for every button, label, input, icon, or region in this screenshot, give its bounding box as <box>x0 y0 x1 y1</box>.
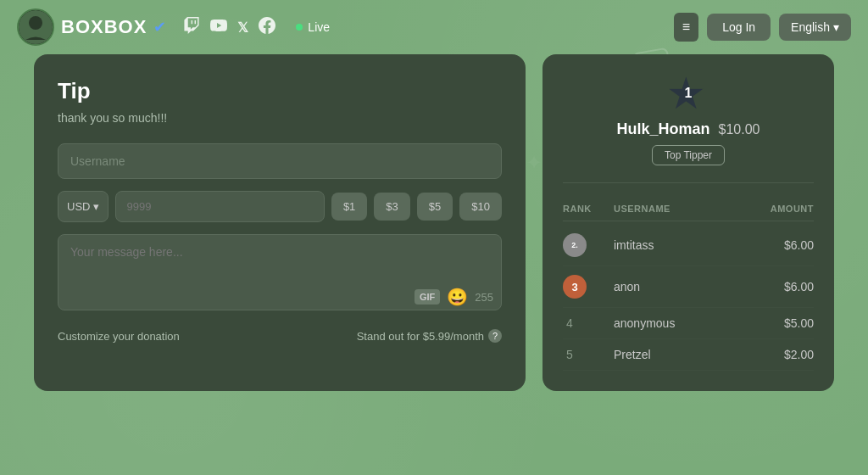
live-badge: Live <box>296 20 330 34</box>
rank-cell-3: 3 <box>563 275 614 299</box>
amount-row: USD ▾ $1 $3 $5 $10 <box>58 191 502 222</box>
customize-label: Customize your donation <box>58 330 180 343</box>
tip-subtitle: thank you so much!!! <box>58 111 502 125</box>
social-icons: 𝕏 <box>183 17 275 38</box>
avatar <box>17 8 54 46</box>
amount-5-button[interactable]: $5 <box>417 193 453 221</box>
language-button[interactable]: English ▾ <box>779 14 851 41</box>
main-content: Tip thank you so much!!! USD ▾ $1 $3 $5 … <box>0 54 868 391</box>
amount-5: $2.00 <box>746 348 814 361</box>
rank-cell-4: 4 <box>563 316 614 330</box>
chevron-down-icon: ▾ <box>93 200 99 213</box>
username-3: anon <box>614 280 746 293</box>
header: BOXBOX ✔ 𝕏 Live ≡ Log In English ▾ <box>0 0 868 54</box>
amount-3-button[interactable]: $3 <box>374 193 409 221</box>
help-icon[interactable]: ? <box>488 329 502 343</box>
brand-name: BOXBOX <box>61 16 147 38</box>
message-wrapper: GIF 😀 255 <box>58 234 502 314</box>
currency-select[interactable]: USD ▾ <box>58 191 108 222</box>
rank-1-badge: ★ 1 <box>670 75 707 112</box>
svg-point-8 <box>29 16 42 30</box>
chevron-down-icon: ▾ <box>833 20 839 34</box>
youtube-icon[interactable] <box>210 17 227 38</box>
rank-1-number: 1 <box>685 86 693 101</box>
twitch-icon[interactable] <box>183 17 200 38</box>
amount-3: $6.00 <box>746 280 814 293</box>
bottom-bar: Customize your donation Stand out for $5… <box>58 326 502 343</box>
tip-title: Tip <box>58 78 502 104</box>
col-amount: AMOUNT <box>746 204 814 214</box>
char-count: 255 <box>475 291 493 304</box>
message-toolbar: GIF 😀 255 <box>415 288 493 305</box>
table-row: 4 anonymous $5.00 <box>563 308 814 339</box>
top-user-row: Hulk_Homan $10.00 <box>617 120 760 138</box>
live-dot <box>296 24 303 31</box>
header-right: ≡ Log In English ▾ <box>674 13 851 42</box>
amount-10-button[interactable]: $10 <box>459 193 502 221</box>
table-header: RANK USERNAME AMOUNT <box>563 204 814 221</box>
username-2: imtitass <box>614 238 746 252</box>
username-4: anonymous <box>614 316 746 330</box>
rank-3-icon: 3 <box>563 275 587 299</box>
menu-button[interactable]: ≡ <box>674 13 698 42</box>
login-button[interactable]: Log In <box>707 14 771 41</box>
username-5: Pretzel <box>614 348 746 361</box>
top-tipper-section: ★ 1 Hulk_Homan $10.00 Top Tipper <box>563 75 814 183</box>
verified-icon: ✔ <box>153 18 166 36</box>
leaderboard-table: RANK USERNAME AMOUNT 2. imtitass $6.00 3 <box>563 204 814 371</box>
live-label: Live <box>308 20 330 34</box>
rank-2-icon: 2. <box>563 233 587 257</box>
username-input[interactable] <box>58 143 502 179</box>
x-icon[interactable]: 𝕏 <box>237 20 248 36</box>
top-tipper-badge: Top Tipper <box>652 145 725 165</box>
amount-1-button[interactable]: $1 <box>331 193 367 221</box>
table-row: 5 Pretzel $2.00 <box>563 339 814 371</box>
rank-cell-2: 2. <box>563 233 614 257</box>
table-row: 3 anon $6.00 <box>563 266 814 308</box>
top-username: Hulk_Homan <box>617 120 710 138</box>
leaderboard-panel: ★ 1 Hulk_Homan $10.00 Top Tipper RANK US… <box>542 54 834 391</box>
emoji-button[interactable]: 😀 <box>447 288 468 305</box>
tip-panel: Tip thank you so much!!! USD ▾ $1 $3 $5 … <box>34 54 526 391</box>
rank-cell-5: 5 <box>563 348 614 361</box>
col-username: USERNAME <box>614 204 746 214</box>
col-rank: RANK <box>563 204 614 214</box>
amount-2: $6.00 <box>746 238 814 252</box>
amount-input[interactable] <box>115 191 324 222</box>
amount-4: $5.00 <box>746 316 814 330</box>
stand-out-label: Stand out for $5.99/month ? <box>357 329 502 343</box>
table-row: 2. imtitass $6.00 <box>563 225 814 266</box>
facebook-icon[interactable] <box>259 17 275 38</box>
logo-area: BOXBOX ✔ <box>17 8 166 46</box>
top-amount: $10.00 <box>719 122 760 137</box>
gif-button[interactable]: GIF <box>415 289 440 305</box>
